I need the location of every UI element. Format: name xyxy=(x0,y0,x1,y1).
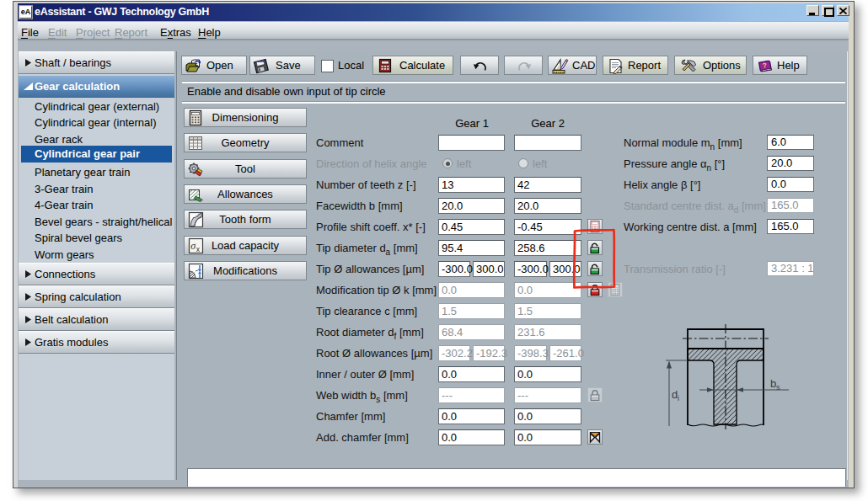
svg-text:s: s xyxy=(776,383,780,392)
svg-text:i: i xyxy=(678,394,679,402)
svg-text:x: x xyxy=(196,245,201,253)
